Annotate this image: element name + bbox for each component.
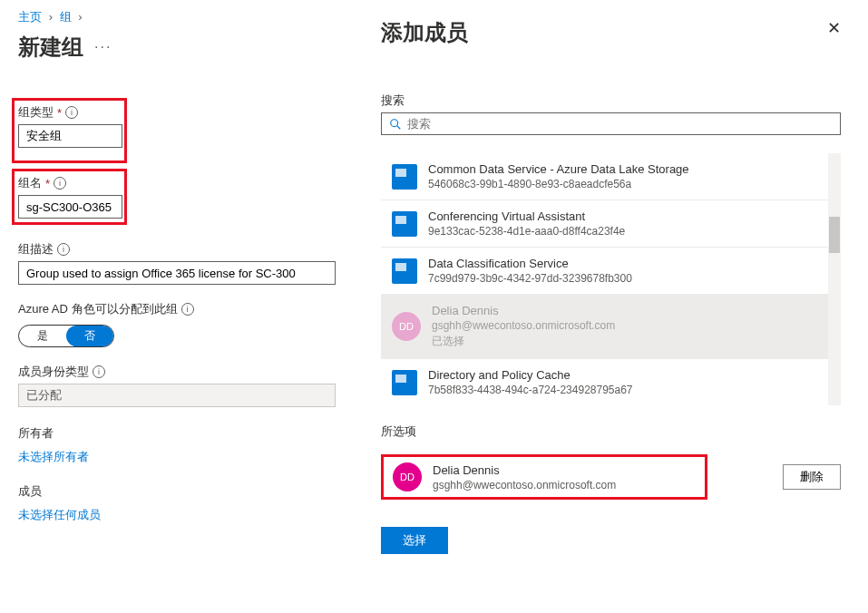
info-icon[interactable]: i [65,106,78,119]
toggle-yes[interactable]: 是 [19,326,66,346]
app-icon [392,211,417,237]
result-name: Data Classification Service [428,257,830,270]
group-type-input[interactable] [18,124,122,148]
group-desc-label: 组描述 [18,241,54,258]
panel-title: 添加成员 [381,18,468,47]
required-asterisk: * [57,106,62,120]
selected-name: Delia Dennis [433,463,696,477]
group-desc-input[interactable] [18,261,336,285]
result-item[interactable]: Data Classification Service7c99d979-3b9c… [381,247,841,294]
avatar: DD [392,312,421,341]
scrollbar-track[interactable] [828,153,841,405]
result-sub: 7b58f833-4438-494c-a724-234928795a67 [428,384,830,396]
group-name-input[interactable] [18,195,122,219]
membership-type-label: 成员身份类型 [18,364,89,380]
info-icon[interactable]: i [54,177,66,190]
result-sub: 9e133cac-5238-4d1e-aaa0-d8ff4ca23f4e [428,225,830,238]
breadcrumb-group[interactable]: 组 [60,10,72,24]
search-icon [389,118,402,131]
svg-point-0 [391,119,398,126]
search-label: 搜索 [381,92,841,109]
delete-button[interactable]: 删除 [783,464,841,490]
highlight-selected-member: DD Delia Dennis gsghh@wwecontoso.onmicro… [381,454,707,500]
info-icon[interactable]: i [93,365,105,378]
owners-link[interactable]: 未选择所有者 [18,449,336,465]
info-icon[interactable]: i [181,303,194,316]
result-name: Directory and Policy Cache [428,368,830,382]
selected-items-label: 所选项 [381,423,841,440]
result-name: Common Data Service - Azure Data Lake St… [428,162,830,176]
group-name-label: 组名 [18,175,42,191]
avatar: DD [393,462,422,491]
result-name: Delia Dennis [432,304,830,317]
app-icon [392,258,417,284]
search-input[interactable] [407,117,833,131]
owners-label: 所有者 [18,425,336,442]
membership-type-input [18,384,336,407]
members-label: 成员 [18,483,336,500]
select-button[interactable]: 选择 [381,527,448,554]
azure-ad-roles-label: Azure AD 角色可以分配到此组 [18,301,178,317]
page-title: 新建组 [18,33,83,62]
highlight-group-type: 组类型 * i [12,98,127,163]
selected-sub: gsghh@wwecontoso.onmicrosoft.com [433,479,696,491]
group-type-label: 组类型 [18,104,54,121]
left-panel: 主页 › 组 › 新建组 ··· 组类型 * i 组名 * i [0,0,354,613]
toggle-no[interactable]: 否 [66,326,113,346]
scrollbar-thumb[interactable] [829,217,840,253]
result-sub: 546068c3-99b1-4890-8e93-c8aeadcfe56a [428,178,830,190]
breadcrumb: 主页 › 组 › [18,9,336,25]
info-icon[interactable]: i [57,243,70,256]
highlight-group-name: 组名 * i [12,169,127,225]
breadcrumb-home[interactable]: 主页 [18,10,42,24]
required-asterisk: * [45,177,50,190]
search-box[interactable] [381,112,841,135]
result-item[interactable]: Directory and Policy Cache7b58f833-4438-… [381,358,841,405]
app-icon [392,370,417,395]
app-icon [392,164,417,190]
result-status: 已选择 [432,334,830,349]
members-link[interactable]: 未选择任何成员 [18,507,336,523]
chevron-right-icon: › [49,10,53,24]
add-member-panel: 添加成员 ✕ 搜索 Common Data Service - Azure Da… [354,0,868,613]
chevron-right-icon: › [78,10,82,24]
close-icon[interactable]: ✕ [827,18,841,38]
result-name: Conferencing Virtual Assistant [428,209,830,223]
svg-line-1 [397,125,401,129]
azure-ad-toggle: 是 否 [18,325,114,347]
result-item[interactable]: DDDelia Dennisgsghh@wwecontoso.onmicroso… [381,294,841,358]
results-list: Common Data Service - Azure Data Lake St… [381,153,841,405]
result-item[interactable]: Conferencing Virtual Assistant9e133cac-5… [381,199,841,247]
result-item[interactable]: Common Data Service - Azure Data Lake St… [381,153,841,199]
result-sub: gsghh@wwecontoso.onmicrosoft.com [432,319,830,332]
result-sub: 7c99d979-3b9c-4342-97dd-3239678fb300 [428,272,830,285]
more-icon[interactable]: ··· [94,39,112,55]
